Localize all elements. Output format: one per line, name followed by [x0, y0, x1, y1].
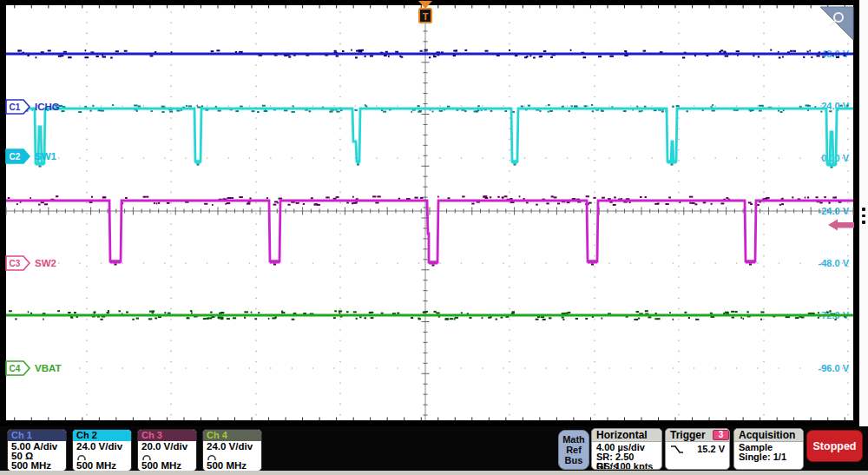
- trigger-position-flag[interactable]: T: [418, 1, 432, 23]
- trace-noise: [30, 313, 32, 314]
- grid-dot: [594, 276, 595, 278]
- acquisition-panel[interactable]: Acquisition Sample Single: 1/1: [733, 428, 804, 470]
- trace-noise: [18, 49, 22, 51]
- trace-noise: [220, 312, 224, 313]
- grid-dot: [678, 213, 680, 214]
- grid-dot: [509, 287, 510, 288]
- trace-noise: [432, 110, 434, 112]
- trace-noise: [450, 318, 454, 320]
- waveform-display[interactable]: 48.0 V24.0 V0.00 V-24.0 V-48.0 V-72.0 V-…: [6, 5, 853, 420]
- trace-noise: [509, 49, 510, 51]
- grid-dot: [170, 404, 172, 406]
- grid-dot: [509, 192, 510, 194]
- trace-noise: [593, 197, 595, 199]
- grid-dot: [509, 308, 510, 310]
- grid-dot: [255, 340, 257, 341]
- grid-dot: [594, 393, 595, 394]
- grid-dot: [678, 361, 680, 363]
- trace-noise: [433, 311, 436, 313]
- trace-noise: [161, 106, 165, 108]
- trace-noise: [591, 264, 594, 266]
- grid-dot: [170, 181, 172, 182]
- grid-dot: [339, 139, 341, 141]
- grid-dot: [376, 262, 378, 264]
- run-stop-button[interactable]: Stopped: [806, 430, 863, 462]
- trace-noise: [816, 55, 819, 56]
- trace-noise: [91, 196, 93, 198]
- grid-dot: [461, 262, 463, 264]
- channel-marker-c1[interactable]: C1ICHG: [6, 100, 60, 114]
- grid-dot: [86, 414, 88, 416]
- trace-noise: [584, 105, 588, 107]
- grid-dot: [255, 128, 257, 129]
- grid-dot: [779, 262, 780, 264]
- pulse-bottom: [357, 161, 359, 164]
- grid-dot: [847, 298, 849, 300]
- grid-dot: [339, 276, 341, 278]
- channel-badge-ch3[interactable]: Ch 320.0 V/div500 MHz: [137, 429, 197, 472]
- grid-dot: [339, 361, 341, 363]
- grid-dot: [509, 213, 510, 214]
- grid-dot: [122, 262, 123, 264]
- trace-noise: [78, 111, 82, 113]
- grid-dot: [847, 139, 849, 141]
- trace-noise: [461, 312, 463, 313]
- more-options-icon[interactable]: [861, 208, 866, 224]
- grid-dot: [757, 262, 759, 264]
- channel-marker-c3[interactable]: C3SW2: [6, 256, 56, 270]
- channel-badge-ch2[interactable]: Ch 224.0 V/div500 MHz: [72, 429, 132, 472]
- zoom-overview-icon[interactable]: [820, 7, 853, 40]
- channel-badge-ch1[interactable]: Ch 15.00 A/div50 Ω500 MHz: [7, 429, 67, 472]
- grid-dot: [509, 43, 510, 45]
- trace-noise: [433, 55, 435, 56]
- horizontal-panel[interactable]: Horizontal 4.00 µs/div SR: 2.50 GS/s RL:…: [591, 428, 662, 470]
- trace-noise: [336, 111, 339, 113]
- channel-trace-label: ICHG: [35, 102, 60, 112]
- trace-noise: [759, 105, 762, 107]
- grid-dot: [170, 245, 172, 247]
- grid-dot: [249, 262, 251, 264]
- grid-dot: [847, 117, 849, 119]
- grid-dot: [594, 192, 595, 194]
- grid-dot: [355, 367, 357, 369]
- trace-noise: [30, 197, 31, 199]
- trace-noise: [546, 202, 549, 204]
- math-ref-bus-button[interactable]: Math Ref Bus: [558, 430, 589, 470]
- trace-noise: [339, 310, 342, 312]
- trace-noise: [497, 196, 499, 198]
- grid-dot: [594, 181, 595, 182]
- horizontal-record-length: RL: 100 kpts: [596, 462, 657, 470]
- channel-badge-title: Ch 3: [138, 430, 196, 441]
- trace-noise: [58, 56, 62, 57]
- grid-dot: [86, 276, 88, 278]
- trace-noise: [661, 111, 664, 113]
- trace-noise: [482, 317, 483, 319]
- grid-dot: [376, 367, 378, 369]
- trace-noise: [372, 195, 376, 197]
- grid-dot: [509, 298, 510, 300]
- trace-noise: [346, 201, 349, 203]
- pulse-bottom: [667, 161, 676, 164]
- trigger-level-arrow[interactable]: [828, 220, 854, 231]
- trigger-panel[interactable]: Trigger 3 15.2 V: [665, 428, 730, 470]
- channel-marker-c2[interactable]: C2SW1: [6, 149, 57, 163]
- grid-dot: [170, 351, 172, 353]
- grid-dot: [503, 105, 504, 107]
- grid-dot: [86, 382, 88, 384]
- trace-noise: [143, 196, 147, 198]
- trace-noise: [273, 204, 277, 206]
- trace-noise: [657, 202, 660, 204]
- grid-dot: [545, 105, 547, 107]
- channel-badge-body: 20.0 V/div500 MHz: [138, 441, 196, 471]
- grid-dot: [763, 22, 765, 23]
- trace-noise: [536, 204, 538, 206]
- channel-marker-c4[interactable]: C4VBAT: [6, 361, 61, 375]
- channel-badge-ch4[interactable]: Ch 424.0 V/div500 MHz: [202, 429, 262, 472]
- grid-dot: [678, 329, 680, 331]
- grid-dot: [339, 266, 341, 267]
- trace-noise: [197, 164, 200, 166]
- trace-noise: [249, 198, 251, 200]
- grid-dot: [291, 262, 293, 264]
- grid-dot: [630, 157, 632, 159]
- grid-dot: [122, 105, 123, 107]
